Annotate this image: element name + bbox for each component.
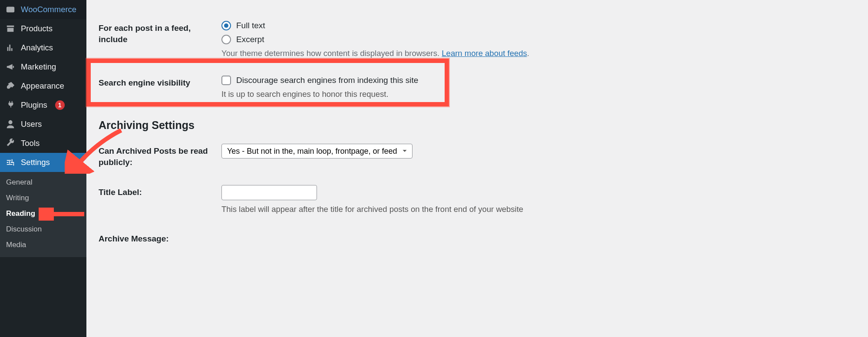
- svg-rect-0: [7, 7, 14, 13]
- sidebar-item-analytics[interactable]: Analytics: [0, 38, 86, 57]
- submenu-reading[interactable]: Reading: [0, 206, 86, 221]
- feed-fulltext-option[interactable]: Full text: [221, 21, 851, 30]
- submenu-writing[interactable]: Writing: [0, 190, 86, 206]
- submenu-general[interactable]: General: [0, 175, 86, 190]
- megaphone-icon: [5, 62, 16, 72]
- search-visibility-description: It is up to search engines to honor this…: [221, 89, 851, 99]
- submenu-media[interactable]: Media: [0, 237, 86, 253]
- plug-icon: [5, 100, 16, 110]
- plugins-update-badge: 1: [55, 100, 65, 110]
- admin-sidebar: WooCommerce Products Analytics Marketing…: [0, 0, 86, 337]
- sidebar-item-products[interactable]: Products: [0, 19, 86, 38]
- chart-icon: [5, 43, 16, 53]
- title-label-description: This label will appear after the title f…: [221, 205, 851, 214]
- user-icon: [5, 119, 16, 129]
- sidebar-item-label: WooCommerce: [21, 5, 76, 14]
- title-label-label: Title Label:: [99, 177, 221, 224]
- title-label-field: This label will appear after the title f…: [221, 177, 856, 224]
- feed-description: Your theme determines how content is dis…: [221, 49, 851, 58]
- discourage-indexing-option[interactable]: Discourage search engines from indexing …: [221, 76, 851, 85]
- sidebar-item-label: Tools: [21, 139, 40, 148]
- sidebar-item-label: Analytics: [21, 43, 53, 53]
- archiving-settings-heading: Archiving Settings: [99, 119, 856, 132]
- sliders-icon: [5, 157, 16, 168]
- archived-public-label: Can Archived Posts be read publicly:: [99, 136, 221, 177]
- archive-message-label: Archive Message:: [99, 224, 221, 244]
- sidebar-item-label: Marketing: [21, 62, 56, 72]
- wrench-icon: [5, 138, 16, 149]
- settings-content: For each post in a feed, include Full te…: [86, 0, 868, 337]
- feed-excerpt-option[interactable]: Excerpt: [221, 35, 851, 44]
- woo-icon: [5, 4, 16, 15]
- learn-more-feeds-link[interactable]: Learn more about feeds: [442, 49, 527, 58]
- sidebar-item-users[interactable]: Users: [0, 115, 86, 134]
- sidebar-item-label: Settings: [21, 158, 50, 167]
- submenu-discussion[interactable]: Discussion: [0, 221, 86, 237]
- discourage-indexing-label: Discourage search engines from indexing …: [236, 76, 418, 85]
- sidebar-item-label: Appearance: [21, 81, 64, 91]
- sidebar-item-label: Users: [21, 119, 42, 129]
- feed-excerpt-radio[interactable]: [221, 35, 231, 44]
- search-visibility-label: Search engine visibility: [99, 68, 221, 109]
- archived-public-select[interactable]: Yes - But not in the, main loop, frontpa…: [221, 144, 413, 159]
- sidebar-item-tools[interactable]: Tools: [0, 134, 86, 153]
- feed-fulltext-label: Full text: [236, 21, 265, 30]
- feed-include-field: Full text Excerpt Your theme determines …: [221, 13, 856, 68]
- feed-fulltext-radio[interactable]: [221, 21, 231, 30]
- discourage-indexing-checkbox[interactable]: [221, 76, 231, 85]
- sidebar-item-woocommerce[interactable]: WooCommerce: [0, 0, 86, 19]
- settings-submenu: General Writing Reading Discussion Media: [0, 172, 86, 257]
- archived-public-field: Yes - But not in the, main loop, frontpa…: [221, 136, 856, 177]
- sidebar-item-plugins[interactable]: Plugins 1: [0, 96, 86, 115]
- archive-icon: [5, 23, 16, 34]
- brush-icon: [5, 81, 16, 91]
- sidebar-item-settings[interactable]: Settings: [0, 153, 86, 172]
- sidebar-item-marketing[interactable]: Marketing: [0, 57, 86, 76]
- search-visibility-field: Discourage search engines from indexing …: [221, 68, 856, 109]
- title-label-input[interactable]: [221, 185, 317, 200]
- sidebar-item-label: Products: [21, 24, 53, 33]
- sidebar-item-label: Plugins: [21, 100, 47, 110]
- feed-excerpt-label: Excerpt: [236, 35, 264, 44]
- sidebar-item-appearance[interactable]: Appearance: [0, 76, 86, 96]
- feed-include-label: For each post in a feed, include: [99, 13, 221, 68]
